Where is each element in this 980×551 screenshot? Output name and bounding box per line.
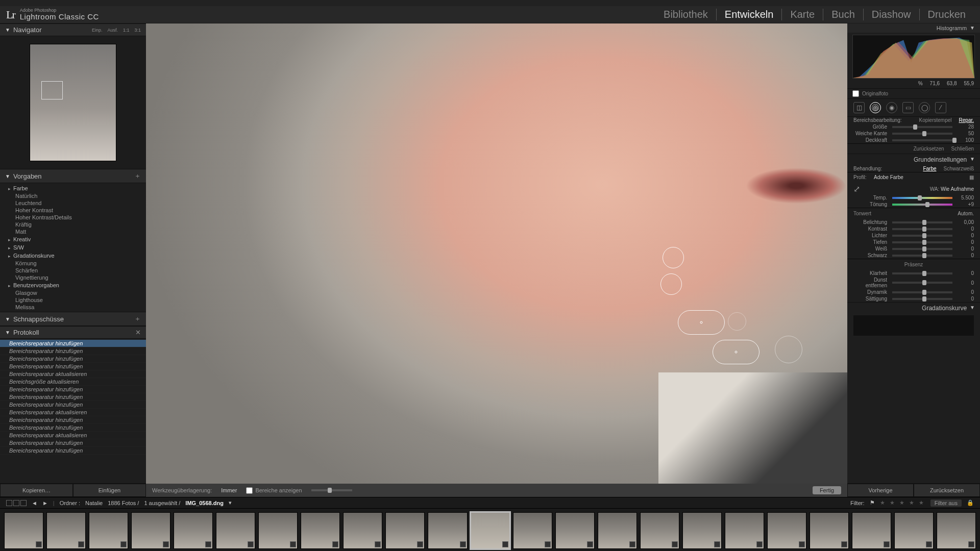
filter-off-badge[interactable]: Filter aus: [930, 499, 962, 507]
crop-tool-icon[interactable]: ◫: [853, 102, 865, 113]
filmstrip-thumb[interactable]: [513, 512, 552, 549]
history-step[interactable]: Bereichsreparatur hinzufügen: [0, 447, 146, 455]
basic-header[interactable]: Grundeinstellungen▼: [847, 154, 980, 165]
preset-group[interactable]: ▸S/W: [0, 243, 146, 252]
done-button[interactable]: Fertig: [813, 486, 841, 494]
history-step[interactable]: Bereichsreparatur hinzufügen: [0, 340, 146, 347]
copy-button[interactable]: Kopieren…: [0, 484, 73, 497]
paste-button[interactable]: Einfügen: [73, 484, 146, 497]
slider-row[interactable]: Lichter0: [847, 232, 980, 239]
redeye-tool-icon[interactable]: ◉: [886, 102, 897, 113]
grid-icon[interactable]: ▦: [969, 174, 974, 180]
slider-row[interactable]: Tönung+9: [847, 201, 980, 208]
slider-row[interactable]: Größe28: [847, 123, 980, 130]
forward-icon[interactable]: ►: [42, 500, 48, 506]
flag-icon[interactable]: ⚑: [870, 499, 875, 506]
filmstrip-thumb[interactable]: [894, 512, 934, 549]
history-step[interactable]: Bereichsreparatur hinzufügen: [0, 401, 146, 409]
history-step[interactable]: Bereichsreparatur hinzufügen: [0, 363, 146, 370]
slider-row[interactable]: Deckkraft100: [847, 137, 980, 143]
current-file[interactable]: IMG_0568.dng: [185, 500, 224, 506]
history-step[interactable]: Bereichsreparatur hinzufügen: [0, 424, 146, 432]
brush-tool-icon[interactable]: ⁄: [935, 102, 946, 113]
histogram-header[interactable]: Histogramm▼: [847, 23, 980, 33]
original-photo-toggle[interactable]: Originalfoto: [847, 88, 980, 99]
preset-item[interactable]: Lighthouse: [0, 296, 146, 304]
curve-header[interactable]: Gradationskurve▼: [847, 303, 980, 314]
histogram[interactable]: [852, 35, 975, 79]
slider-row[interactable]: Dunst entfernen0: [847, 277, 980, 289]
filmstrip-thumb[interactable]: [216, 512, 255, 549]
close-icon[interactable]: ✕: [135, 329, 141, 336]
spot-removal-tool-icon[interactable]: ◎: [870, 102, 881, 113]
history-step[interactable]: Bereichsgröße aktualisieren: [0, 378, 146, 386]
preset-item[interactable]: Schärfen: [0, 267, 146, 274]
preset-item[interactable]: Matt: [0, 228, 146, 235]
filmstrip-thumb[interactable]: [89, 512, 128, 549]
preset-item[interactable]: Leuchtend: [0, 199, 146, 207]
history-step[interactable]: Bereichsreparatur aktualisieren: [0, 432, 146, 439]
eyedropper-icon[interactable]: ⤢: [853, 184, 860, 194]
slider-row[interactable]: Schwarz0: [847, 252, 980, 259]
protocol-header[interactable]: ▼ Protokoll ✕: [0, 326, 146, 339]
lock-icon[interactable]: 🔒: [967, 499, 974, 506]
slider-row[interactable]: Dynamik0: [847, 289, 980, 295]
filmstrip-thumb[interactable]: [471, 512, 510, 549]
history-step[interactable]: Bereichsreparatur hinzufügen: [0, 355, 146, 363]
filmstrip-thumb[interactable]: [937, 512, 976, 549]
history-step[interactable]: Bereichsreparatur hinzufügen: [0, 439, 146, 447]
preset-item[interactable]: Natürlich: [0, 192, 146, 199]
slider-row[interactable]: Klarheit0: [847, 270, 980, 277]
module-karte[interactable]: Karte: [782, 9, 823, 20]
filmstrip-thumb[interactable]: [598, 512, 637, 549]
slider-row[interactable]: Kontrast0: [847, 226, 980, 232]
filmstrip-thumb[interactable]: [725, 512, 764, 549]
view-mode-icons[interactable]: [6, 500, 27, 506]
filmstrip-thumb[interactable]: [767, 512, 806, 549]
module-buch[interactable]: Buch: [823, 9, 864, 20]
history-step[interactable]: Bereichsreparatur hinzufügen: [0, 386, 146, 393]
snapshots-header[interactable]: ▼ Schnappschüsse ＋: [0, 312, 146, 326]
navigator-header[interactable]: ▼ Navigator Einp.Ausf.1:13:1: [0, 23, 146, 36]
history-step[interactable]: Bereichsreparatur hinzufügen: [0, 393, 146, 401]
preset-item[interactable]: Kräftig: [0, 221, 146, 228]
filmstrip-thumb[interactable]: [640, 512, 679, 549]
filmstrip-thumb[interactable]: [385, 512, 425, 549]
history-step[interactable]: Bereichsreparatur hinzufügen: [0, 347, 146, 355]
history-step[interactable]: Bereichsreparatur aktualisieren: [0, 370, 146, 378]
module-bibliothek[interactable]: Bibliothek: [655, 9, 717, 20]
filmstrip-thumb[interactable]: [428, 512, 467, 549]
filmstrip-thumb[interactable]: [4, 512, 43, 549]
preset-item[interactable]: Hoher Kontrast: [0, 207, 146, 214]
filmstrip-thumb[interactable]: [852, 512, 891, 549]
module-entwickeln[interactable]: Entwickeln: [717, 9, 782, 20]
preset-group[interactable]: ▸Farbe: [0, 184, 146, 192]
slider-row[interactable]: Tiefen0: [847, 239, 980, 245]
rating-stars[interactable]: ★ ★ ★ ★ ★: [880, 499, 925, 506]
filmstrip-thumb[interactable]: [555, 512, 595, 549]
filmstrip[interactable]: [0, 508, 980, 551]
filmstrip-thumb[interactable]: [301, 512, 340, 549]
slider-row[interactable]: Weiß0: [847, 245, 980, 252]
filmstrip-thumb[interactable]: [343, 512, 382, 549]
preset-item[interactable]: Hoher Kontrast/Details: [0, 214, 146, 221]
history-step[interactable]: Bereichsreparatur aktualisieren: [0, 409, 146, 416]
module-diashow[interactable]: Diashow: [864, 9, 920, 20]
plus-icon[interactable]: ＋: [134, 314, 141, 323]
presets-header[interactable]: ▼ Vorgaben ＋: [0, 169, 146, 183]
preset-group[interactable]: ▸Benutzervorgaben: [0, 281, 146, 289]
slider-row[interactable]: Belichtung0,00: [847, 219, 980, 226]
preset-item[interactable]: Glasgow: [0, 289, 146, 296]
previous-button[interactable]: Vorherige: [847, 484, 914, 497]
history-step[interactable]: Bereichsreparatur hinzufügen: [0, 416, 146, 424]
photo-canvas[interactable]: [146, 23, 847, 484]
navigator-preview[interactable]: [0, 36, 146, 169]
graduated-filter-icon[interactable]: ▭: [902, 102, 914, 113]
overlay-value[interactable]: Immer: [221, 487, 237, 493]
preset-item[interactable]: Melissa: [0, 304, 146, 311]
preset-item[interactable]: Körnung: [0, 260, 146, 267]
reset-button[interactable]: Zurücksetzen: [914, 484, 980, 497]
slider-row[interactable]: Weiche Kante50: [847, 130, 980, 137]
filmstrip-thumb[interactable]: [46, 512, 86, 549]
tone-curve[interactable]: [853, 315, 974, 336]
